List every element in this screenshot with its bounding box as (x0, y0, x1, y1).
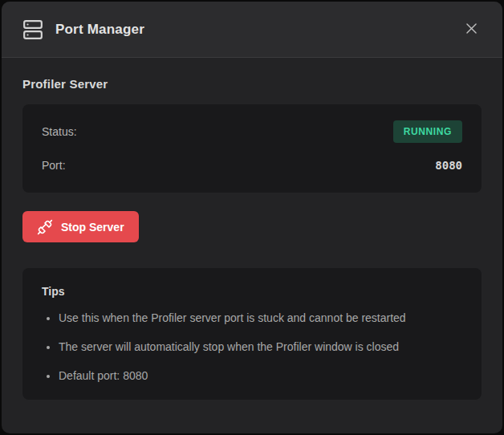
port-row: Port: 8080 (42, 153, 462, 177)
dialog-content: Profiler Server Status: RUNNING Port: 80… (2, 58, 502, 400)
stop-server-button[interactable]: Stop Server (22, 211, 139, 242)
status-row: Status: RUNNING (42, 120, 462, 144)
status-badge: RUNNING (393, 120, 462, 143)
profiler-server-heading: Profiler Server (22, 77, 482, 91)
close-icon (464, 21, 479, 39)
close-button[interactable] (457, 16, 485, 43)
server-icon (22, 19, 43, 40)
tips-heading: Tips (42, 285, 462, 298)
tip-item: Use this when the Profiler server port i… (59, 310, 462, 326)
tip-item: Default port: 8080 (59, 368, 462, 384)
stop-server-label: Stop Server (61, 221, 124, 234)
titlebar: Port Manager (2, 2, 502, 58)
port-value: 8080 (435, 159, 462, 172)
unplug-icon (37, 219, 53, 235)
port-manager-dialog: Port Manager Profiler Server Status: RUN… (2, 2, 502, 433)
port-label: Port: (42, 159, 66, 172)
status-label: Status: (42, 125, 77, 138)
tip-item: The server will automatically stop when … (59, 339, 462, 355)
tips-list: Use this when the Profiler server port i… (42, 310, 462, 384)
status-panel: Status: RUNNING Port: 8080 (22, 104, 482, 193)
dialog-title: Port Manager (55, 22, 144, 38)
tips-panel: Tips Use this when the Profiler server p… (22, 268, 482, 400)
